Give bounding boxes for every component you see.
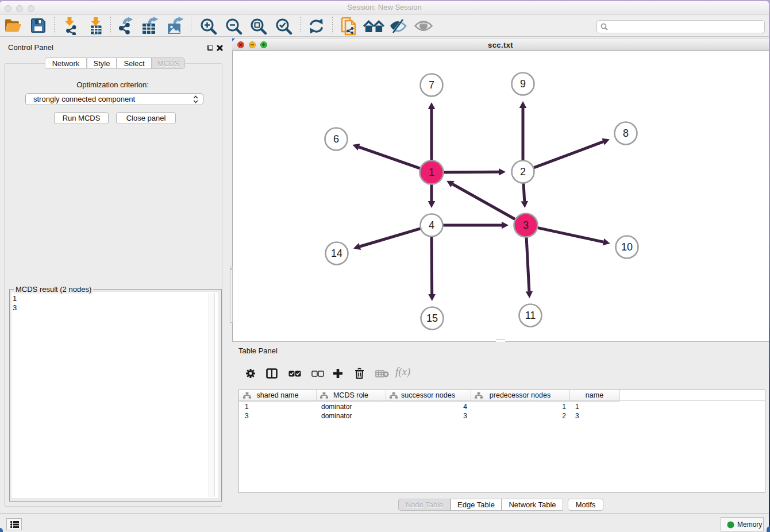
svg-text:14: 14 bbox=[331, 248, 342, 259]
svg-text:6: 6 bbox=[333, 133, 339, 145]
svg-text:10: 10 bbox=[621, 241, 633, 253]
svg-text:15: 15 bbox=[426, 313, 438, 324]
svg-text:7: 7 bbox=[429, 79, 434, 91]
svg-text:9: 9 bbox=[520, 78, 526, 90]
svg-text:2: 2 bbox=[520, 166, 526, 178]
svg-text:1: 1 bbox=[429, 167, 434, 178]
svg-text:3: 3 bbox=[523, 219, 529, 231]
svg-text:11: 11 bbox=[525, 310, 536, 321]
svg-text:4: 4 bbox=[429, 219, 434, 231]
svg-text:8: 8 bbox=[623, 128, 629, 139]
